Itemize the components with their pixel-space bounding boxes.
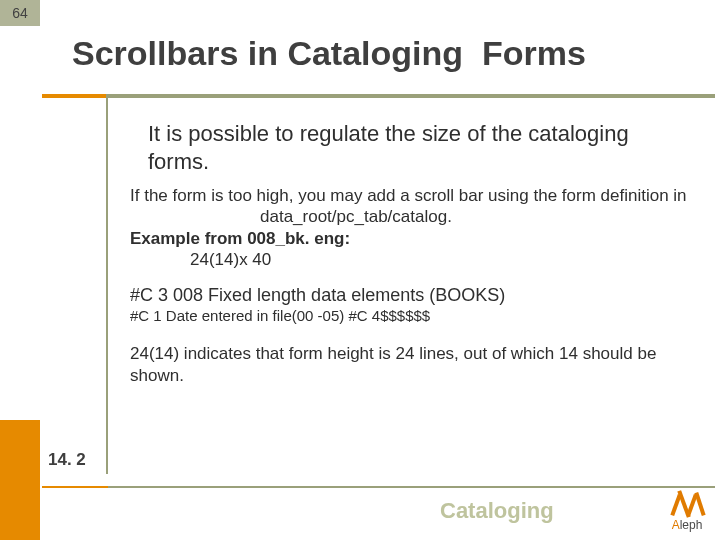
- slide: 64 Scrollbars in Cataloging Forms It is …: [0, 0, 720, 540]
- explain-text: 24(14) indicates that form height is 24 …: [130, 343, 690, 386]
- footer-label: Cataloging: [440, 498, 554, 524]
- code-line-c1: #C 1 Date entered in file(00 -05) #C 4$$…: [130, 307, 690, 326]
- vertical-divider: [106, 94, 108, 474]
- aleph-logo-icon: [660, 490, 714, 520]
- code-line-c3: #C 3 008 Fixed length data elements (BOO…: [130, 284, 690, 307]
- aleph-logo-word: Aleph: [660, 518, 714, 532]
- footer-rule-accent: [42, 486, 108, 488]
- example-label: Example from 008_bk. eng:: [130, 228, 690, 249]
- example-value: 24(14)x 40: [130, 249, 690, 270]
- slide-body: It is possible to regulate the size of t…: [130, 120, 690, 386]
- intro-text: It is possible to regulate the size of t…: [130, 120, 690, 175]
- slide-title: Scrollbars in Cataloging Forms: [72, 34, 712, 73]
- title-rule-accent: [42, 94, 108, 98]
- version-number: 14. 2: [48, 450, 86, 470]
- config-path: data_root/pc_tab/catalog.: [130, 206, 690, 227]
- aleph-logo: Aleph: [660, 490, 714, 536]
- body-para-1: If the form is too high, you may add a s…: [130, 185, 690, 206]
- footer-rule: [108, 486, 715, 488]
- aleph-logo-word-rest: leph: [680, 518, 703, 532]
- page-number-badge: 64: [0, 0, 40, 26]
- page-number: 64: [12, 5, 28, 21]
- accent-block: [0, 420, 40, 540]
- aleph-logo-word-a: A: [672, 518, 680, 532]
- title-rule: [108, 94, 715, 98]
